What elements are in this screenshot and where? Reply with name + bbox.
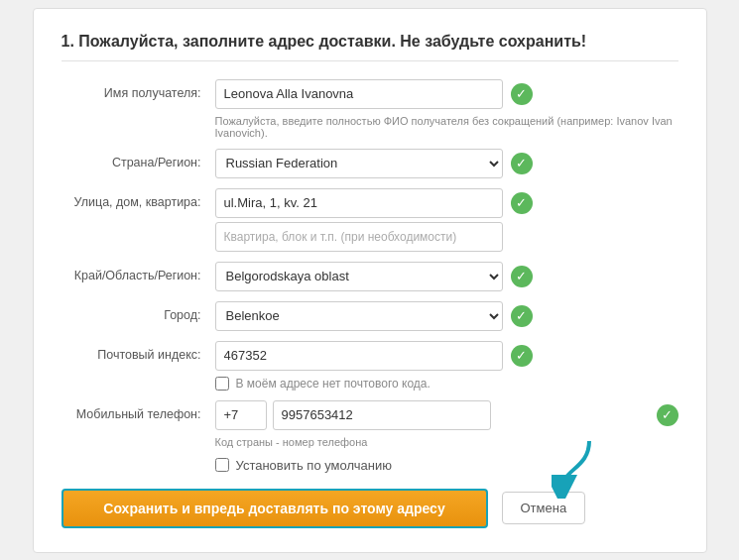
country-check-icon: ✓ [511, 153, 533, 174]
recipient-input[interactable] [215, 79, 503, 109]
arrow-icon [552, 439, 599, 499]
recipient-control: ✓ Пожалуйста, введите полностью ФИО полу… [215, 79, 678, 139]
phone-control: ✓ Код страны - номер телефона [215, 400, 678, 448]
postal-input-row: ✓ [215, 341, 678, 371]
form-title: 1. Пожалуйста, заполните адрес доставки.… [62, 33, 678, 61]
no-postal-checkbox[interactable] [215, 377, 229, 391]
phone-label: Мобильный телефон: [62, 400, 215, 421]
postal-check-icon: ✓ [511, 345, 533, 367]
recipient-check-icon: ✓ [511, 83, 533, 105]
phone-input-row: ✓ [215, 400, 678, 430]
recipient-input-row: ✓ [215, 79, 678, 109]
arrow-indicator [552, 439, 599, 499]
no-postal-label: В моём адресе нет почтового кода. [236, 377, 431, 391]
postal-label: Почтовый индекс: [62, 341, 215, 362]
recipient-row: Имя получателя: ✓ Пожалуйста, введите по… [62, 79, 678, 139]
recipient-label: Имя получателя: [62, 79, 215, 100]
apt-input-row [215, 222, 678, 252]
country-select[interactable]: Russian Federation [215, 149, 503, 178]
postal-input[interactable] [215, 341, 503, 371]
street-check-icon: ✓ [511, 192, 533, 214]
street-label: Улица, дом, квартира: [62, 188, 215, 209]
default-row: Установить по умолчанию [215, 458, 678, 473]
city-control: Belenkoe ✓ [215, 301, 678, 331]
phone-hint: Код страны - номер телефона [215, 436, 678, 448]
country-label: Страна/Регион: [62, 149, 215, 169]
phone-check-icon: ✓ [657, 404, 678, 426]
city-input-row: Belenkoe ✓ [215, 301, 678, 331]
no-postal-row: В моём адресе нет почтового кода. [215, 377, 678, 391]
default-checkbox[interactable] [215, 458, 229, 472]
region-control: Belgorodskaya oblast ✓ [215, 262, 678, 291]
phone-number-input[interactable] [273, 400, 491, 430]
phone-code-input[interactable] [215, 400, 267, 430]
region-label: Край/Область/Регион: [62, 262, 215, 282]
save-button[interactable]: Сохранить и впредь доставлять по этому а… [62, 489, 488, 528]
country-row: Страна/Регион: Russian Federation ✓ [62, 149, 678, 178]
city-check-icon: ✓ [511, 305, 533, 327]
region-row: Край/Область/Регион: Belgorodskaya oblas… [62, 262, 678, 291]
postal-control: ✓ В моём адресе нет почтового кода. [215, 341, 678, 391]
delivery-form-card: 1. Пожалуйста, заполните адрес доставки.… [33, 8, 707, 553]
button-row: Сохранить и впредь доставлять по этому а… [62, 489, 678, 528]
region-select[interactable]: Belgorodskaya oblast [215, 262, 503, 291]
street-input[interactable] [215, 188, 503, 218]
region-check-icon: ✓ [511, 266, 533, 287]
apt-input[interactable] [215, 222, 503, 252]
country-control: Russian Federation ✓ [215, 149, 678, 178]
recipient-hint: Пожалуйста, введите полностью ФИО получа… [215, 115, 678, 139]
postal-row: Почтовый индекс: ✓ В моём адресе нет поч… [62, 341, 678, 391]
street-row: Улица, дом, квартира: ✓ [62, 188, 678, 252]
phone-group [215, 400, 649, 430]
city-label: Город: [62, 301, 215, 322]
country-input-row: Russian Federation ✓ [215, 149, 678, 178]
city-row: Город: Belenkoe ✓ [62, 301, 678, 331]
default-label: Установить по умолчанию [236, 458, 392, 473]
street-input-row: ✓ [215, 188, 678, 218]
city-select[interactable]: Belenkoe [215, 301, 503, 331]
street-control: ✓ [215, 188, 678, 252]
region-input-row: Belgorodskaya oblast ✓ [215, 262, 678, 291]
